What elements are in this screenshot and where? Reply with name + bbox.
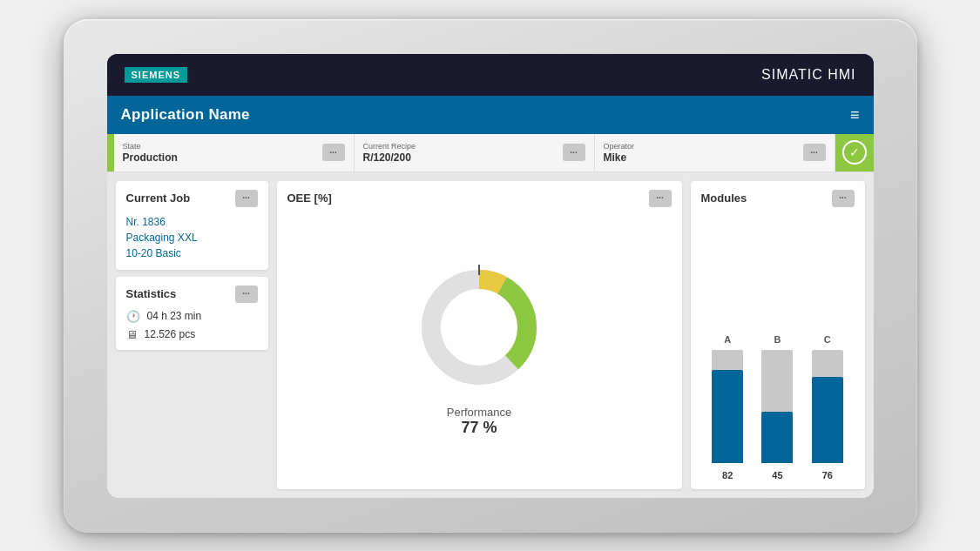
siemens-logo: SIEMENS xyxy=(125,67,188,83)
performance-label: Performance xyxy=(447,406,511,419)
hmi-device: SIEMENS SIMATIC HMI Application Name ≡ S… xyxy=(107,54,874,498)
bar-value-b: 45 xyxy=(772,470,782,480)
bar-fill-c xyxy=(812,377,843,463)
stats-pieces-value: 12.526 pcs xyxy=(145,328,196,340)
status-item-state: State Production ··· xyxy=(114,134,355,171)
bar-value-a: 82 xyxy=(722,470,733,480)
status-item-operator: Operator Mike ··· xyxy=(595,134,835,171)
status-bar: State Production ··· Current Recipe R/12… xyxy=(107,134,874,172)
bar-fill-a xyxy=(712,370,743,463)
state-value: Production xyxy=(123,151,178,164)
stats-pieces: 🖥 12.526 pcs xyxy=(126,328,258,341)
operator-label: Operator xyxy=(604,142,635,151)
bar-chart-area: A 82 B xyxy=(701,214,855,480)
current-job-menu-btn[interactable]: ··· xyxy=(235,190,258,207)
current-job-title: Current Job xyxy=(126,192,191,205)
statistics-menu-btn[interactable]: ··· xyxy=(235,286,258,303)
operator-value: Mike xyxy=(604,151,635,164)
left-panel: Current Job ··· Nr. 1836Packaging XXL10-… xyxy=(116,181,268,489)
stats-time-value: 04 h 23 min xyxy=(147,310,202,322)
bar-bg-b xyxy=(761,350,793,463)
brand-bar: SIEMENS SIMATIC HMI xyxy=(107,54,874,96)
bar-fill-b xyxy=(761,412,793,463)
modules-panel: Modules ··· A 82 xyxy=(691,181,865,489)
modules-title: Modules xyxy=(701,192,747,205)
stats-time: 🕐 04 h 23 min xyxy=(126,310,258,323)
recipe-menu-btn[interactable]: ··· xyxy=(563,144,585,161)
bar-col-b: B 45 xyxy=(761,334,793,480)
oee-title: OEE [%] xyxy=(287,192,332,205)
bar-chart-columns: A 82 B xyxy=(701,350,855,480)
oee-chart-area: Performance 77 % xyxy=(287,214,672,480)
oee-menu-btn[interactable]: ··· xyxy=(649,190,672,207)
bar-label-b: B xyxy=(774,334,781,345)
operator-menu-btn[interactable]: ··· xyxy=(803,144,826,161)
job-details[interactable]: Nr. 1836Packaging XXL10-20 Basic xyxy=(126,214,258,261)
status-item-recipe: Current Recipe R/120/200 ··· xyxy=(355,134,595,171)
statistics-card: Statistics ··· 🕐 04 h 23 min 🖥 12.526 pc… xyxy=(116,277,268,350)
recipe-value: R/120/200 xyxy=(363,151,416,164)
bar-col-a: A 82 xyxy=(712,334,743,480)
bar-label-a: A xyxy=(724,334,731,345)
monitor-icon: 🖥 xyxy=(126,328,138,341)
donut-chart xyxy=(409,258,549,397)
modules-menu-btn[interactable]: ··· xyxy=(832,190,855,207)
check-circle-icon: ✓ xyxy=(842,140,867,165)
recipe-label: Current Recipe xyxy=(363,142,416,151)
bar-value-c: 76 xyxy=(822,470,833,480)
simatic-title: SIMATIC HMI xyxy=(761,67,855,83)
clock-icon: 🕐 xyxy=(126,310,140,323)
bar-bg-c xyxy=(812,350,843,463)
hmi-screen: Application Name ≡ State Production ··· … xyxy=(107,96,874,498)
app-name: Application Name xyxy=(121,106,250,124)
app-header: Application Name ≡ xyxy=(107,96,874,134)
performance-value: 77 % xyxy=(461,419,497,437)
statistics-title: Statistics xyxy=(126,287,177,300)
bar-label-c: C xyxy=(824,334,831,345)
main-content: Current Job ··· Nr. 1836Packaging XXL10-… xyxy=(107,172,874,498)
current-job-card: Current Job ··· Nr. 1836Packaging XXL10-… xyxy=(116,181,268,270)
check-button[interactable]: ✓ xyxy=(835,134,874,171)
state-label: State xyxy=(123,142,178,151)
bar-col-c: C 76 xyxy=(812,334,843,480)
state-menu-btn[interactable]: ··· xyxy=(322,144,345,161)
device-frame: SIEMENS SIMATIC HMI Application Name ≡ S… xyxy=(64,19,917,533)
hamburger-icon[interactable]: ≡ xyxy=(850,107,860,123)
oee-panel: OEE [%] ··· xyxy=(277,181,682,489)
bar-bg-a xyxy=(712,350,743,463)
status-accent xyxy=(107,134,114,171)
